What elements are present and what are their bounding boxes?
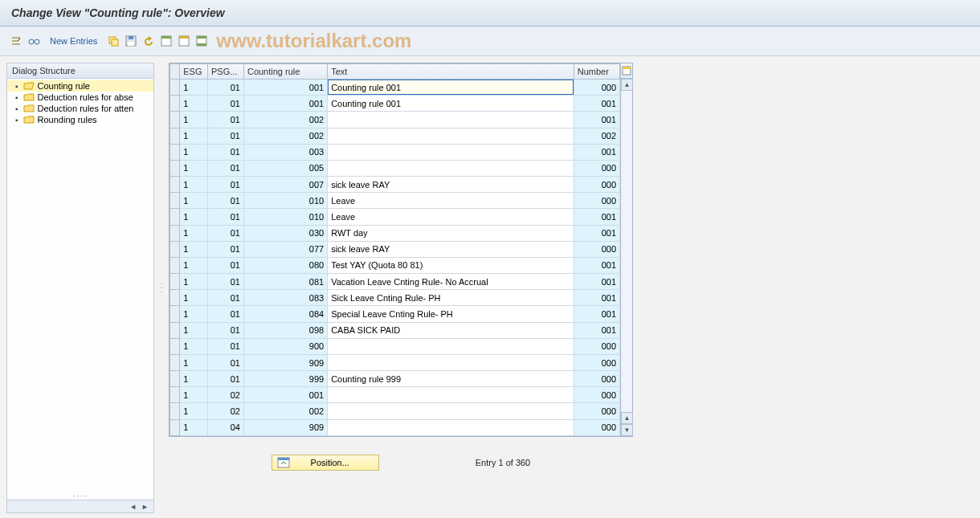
cell-esg[interactable]: 1 [180, 225, 208, 241]
cell-psg[interactable]: 01 [207, 160, 243, 176]
cell-rule[interactable]: 083 [243, 290, 327, 306]
row-selector[interactable] [170, 80, 180, 96]
cell-psg[interactable]: 01 [207, 193, 243, 209]
cell-esg[interactable]: 1 [180, 257, 208, 273]
cell-psg[interactable]: 01 [207, 144, 243, 160]
cell-text[interactable]: Counting rule 001 [328, 96, 574, 112]
cell-esg[interactable]: 1 [180, 80, 208, 96]
cell-esg[interactable]: 1 [180, 338, 208, 354]
cell-esg[interactable]: 1 [180, 419, 208, 435]
table-row[interactable]: 101010Leave001 [170, 209, 620, 225]
table-row[interactable]: 102001000 [170, 387, 620, 403]
cell-rule[interactable]: 909 [243, 354, 327, 370]
row-selector[interactable] [170, 338, 180, 354]
table-row[interactable]: 101007sick leave RAY000 [170, 177, 620, 193]
row-selector[interactable] [170, 177, 180, 193]
cell-text[interactable]: Counting rule 999 [328, 371, 574, 387]
cell-psg[interactable]: 01 [207, 177, 243, 193]
cell-text[interactable] [328, 112, 574, 128]
cell-esg[interactable]: 1 [180, 160, 208, 176]
cell-psg[interactable]: 01 [207, 241, 243, 257]
cell-rule[interactable]: 098 [243, 322, 327, 338]
cell-psg[interactable]: 01 [207, 354, 243, 370]
cell-esg[interactable]: 1 [180, 290, 208, 306]
cell-psg[interactable]: 01 [207, 274, 243, 290]
copy-icon[interactable] [107, 35, 120, 47]
cell-text[interactable]: Leave [328, 209, 574, 225]
cell-text[interactable]: Counting rule 001 [328, 80, 574, 96]
cell-number[interactable]: 000 [574, 354, 619, 370]
tree-item-1[interactable]: ▪Deduction rules for abse [7, 92, 153, 103]
undo-icon[interactable] [142, 35, 155, 47]
cell-esg[interactable]: 1 [180, 241, 208, 257]
table-settings-icon[interactable] [621, 63, 632, 79]
horizontal-scroller[interactable]: ◄ ► [7, 500, 153, 512]
row-selector[interactable] [170, 209, 180, 225]
row-selector[interactable] [170, 128, 180, 144]
save-icon[interactable] [125, 35, 137, 47]
table-row[interactable]: 101084Special Leave Cnting Rule- PH001 [170, 306, 620, 322]
table-row[interactable]: 101083Sick Leave Cnting Rule- PH001 [170, 290, 620, 306]
table-row[interactable]: 101010Leave000 [170, 193, 620, 209]
col-text[interactable]: Text [328, 64, 574, 80]
cell-number[interactable]: 000 [574, 371, 619, 387]
vertical-scrollbar[interactable]: ▲ ▲ ▼ [620, 63, 632, 436]
cell-rule[interactable]: 002 [243, 128, 327, 144]
row-selector[interactable] [170, 160, 180, 176]
print-icon[interactable] [195, 35, 208, 47]
table-row[interactable]: 101030RWT day001 [170, 225, 620, 241]
row-selector[interactable] [170, 144, 180, 160]
cell-psg[interactable]: 01 [207, 322, 243, 338]
cell-number[interactable]: 000 [574, 387, 619, 403]
cell-psg[interactable]: 01 [207, 290, 243, 306]
table-row[interactable]: 101081Vacation Leave Cnting Rule- No Acc… [170, 274, 620, 290]
cell-esg[interactable]: 1 [180, 387, 208, 403]
cell-number[interactable]: 001 [574, 96, 619, 112]
table-row[interactable]: 101001Counting rule 001001 [170, 96, 620, 112]
toggle-icon[interactable] [10, 35, 22, 47]
row-selector[interactable] [170, 354, 180, 370]
cell-number[interactable]: 001 [574, 144, 619, 160]
cell-psg[interactable]: 01 [207, 80, 243, 96]
cell-psg[interactable]: 01 [207, 306, 243, 322]
cell-number[interactable]: 001 [574, 112, 619, 128]
cell-number[interactable]: 001 [574, 257, 619, 273]
table-row[interactable]: 101080Test YAY (Quota 80 81)001 [170, 257, 620, 273]
cell-psg[interactable]: 01 [207, 338, 243, 354]
cell-text[interactable] [328, 387, 574, 403]
cell-number[interactable]: 001 [574, 274, 619, 290]
col-rule[interactable]: Counting rule [243, 64, 327, 80]
cell-text[interactable] [328, 403, 574, 419]
cell-psg[interactable]: 01 [207, 257, 243, 273]
cell-psg[interactable]: 01 [207, 112, 243, 128]
scroll-right-icon[interactable]: ► [140, 503, 150, 511]
cell-text[interactable]: sick leave RAY [328, 177, 574, 193]
cell-number[interactable]: 000 [574, 338, 619, 354]
cell-rule[interactable]: 001 [243, 80, 327, 96]
row-selector[interactable] [170, 225, 180, 241]
row-selector[interactable] [170, 96, 180, 112]
table-row[interactable]: 101900000 [170, 338, 620, 354]
tree-item-3[interactable]: ▪Rounding rules [7, 114, 153, 125]
cell-psg[interactable]: 02 [207, 403, 243, 419]
row-selector[interactable] [170, 290, 180, 306]
row-selector[interactable] [170, 403, 180, 419]
cell-psg[interactable]: 01 [207, 371, 243, 387]
row-selector[interactable] [170, 371, 180, 387]
deselect-all-icon[interactable] [178, 35, 190, 47]
cell-esg[interactable]: 1 [180, 354, 208, 370]
cell-number[interactable]: 000 [574, 403, 619, 419]
resize-grip[interactable]: ∙∙∙∙ [68, 491, 92, 496]
cell-text[interactable] [328, 160, 574, 176]
cell-rule[interactable]: 909 [243, 419, 327, 435]
cell-psg[interactable]: 01 [207, 225, 243, 241]
cell-number[interactable]: 000 [574, 177, 619, 193]
cell-rule[interactable]: 001 [243, 96, 327, 112]
row-selector[interactable] [170, 241, 180, 257]
row-selector[interactable] [170, 419, 180, 435]
row-selector[interactable] [170, 387, 180, 403]
cell-rule[interactable]: 002 [243, 112, 327, 128]
cell-text[interactable] [328, 354, 574, 370]
cell-text[interactable]: RWT day [328, 225, 574, 241]
cell-psg[interactable]: 01 [207, 128, 243, 144]
